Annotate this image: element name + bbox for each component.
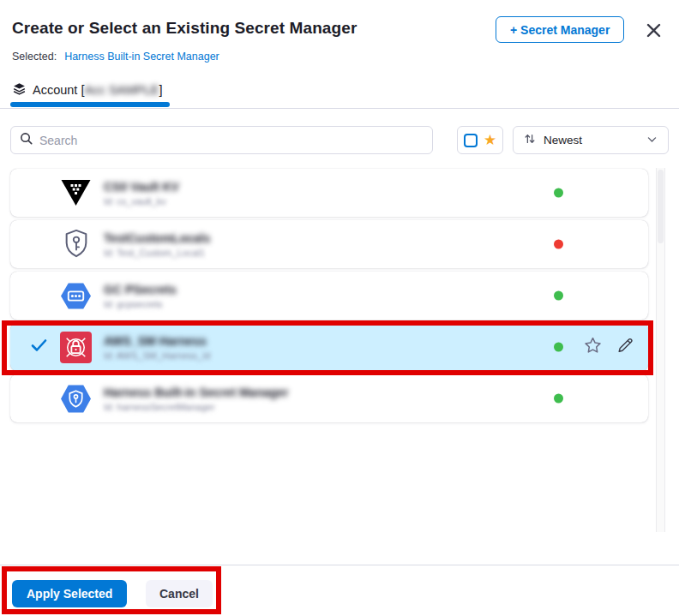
- page-title: Create or Select an Existing Secret Mana…: [12, 19, 357, 38]
- connectivity-status-dot: [554, 343, 563, 352]
- layers-icon: [12, 81, 27, 99]
- secret-manager-row[interactable]: AWS_SM Harness Id: AWS_SM_Harness_Id: [10, 323, 648, 371]
- chevron-down-icon: [646, 134, 658, 147]
- scrollbar[interactable]: [656, 168, 665, 532]
- custom-secret-manager-icon: [60, 229, 92, 260]
- connectivity-status-dot: [554, 240, 563, 249]
- secret-manager-list: CS0 Vault KV Id: cs_vault_kv TestCustomL…: [10, 169, 648, 422]
- tab-account[interactable]: Account [Acc SAMPLE]: [12, 81, 163, 99]
- active-tab-indicator: [10, 102, 170, 107]
- secret-manager-id-redacted: Id: AWS_SM_Harness_Id: [104, 350, 210, 361]
- secret-manager-id-redacted: Id: gcpsecrets: [104, 299, 177, 309]
- secret-manager-id-redacted: Id: harnessSecretManager: [104, 402, 289, 412]
- selected-label: Selected:: [12, 51, 57, 63]
- secret-manager-name-redacted: CS0 Vault KV: [104, 180, 179, 194]
- gcp-secret-manager-icon: [60, 280, 92, 312]
- checkmark-icon: [31, 338, 47, 356]
- favorites-checkbox[interactable]: [464, 134, 478, 147]
- search-input[interactable]: [39, 134, 424, 147]
- aws-secrets-manager-icon: [60, 332, 92, 363]
- scrollbar-thumb[interactable]: [658, 170, 664, 243]
- cancel-button[interactable]: Cancel: [146, 580, 213, 607]
- new-secret-manager-button[interactable]: + Secret Manager: [496, 16, 624, 43]
- favorite-star-icon: ★: [484, 133, 496, 147]
- tab-account-label: Account [Acc SAMPLE]: [33, 83, 163, 97]
- secret-manager-name-redacted: TestCustomLocals: [104, 231, 210, 245]
- secret-manager-id-redacted: Id: Test_Custom_Local1: [104, 248, 210, 258]
- favorite-star-outline-icon[interactable]: [582, 336, 604, 359]
- secret-manager-row[interactable]: CS0 Vault KV Id: cs_vault_kv: [10, 169, 648, 217]
- secret-manager-modal: Create or Select an Existing Secret Mana…: [0, 0, 679, 616]
- tab-divider: [0, 108, 679, 109]
- search-box: [10, 126, 433, 154]
- edit-pencil-icon[interactable]: [616, 337, 634, 358]
- secret-manager-id-redacted: Id: cs_vault_kv: [104, 196, 179, 206]
- apply-selected-button[interactable]: Apply Selected: [12, 580, 127, 607]
- secret-manager-row[interactable]: Harness Built-in Secret Manager Id: harn…: [10, 374, 648, 422]
- close-icon[interactable]: [644, 21, 663, 39]
- sort-arrows-icon: [524, 133, 536, 147]
- secret-manager-name-redacted: GC PSecrets: [104, 283, 177, 296]
- selected-line: Selected: Harness Built-in Secret Manage…: [12, 51, 219, 63]
- secret-manager-name-redacted: AWS_SM Harness: [104, 334, 210, 348]
- search-icon: [20, 132, 33, 148]
- hashicorp-vault-icon: [60, 177, 92, 209]
- secret-manager-row[interactable]: TestCustomLocals Id: Test_Custom_Local1: [10, 220, 648, 268]
- secret-manager-name-redacted: Harness Built-in Secret Manager: [104, 386, 289, 399]
- sort-dropdown[interactable]: Newest: [513, 126, 669, 154]
- connectivity-status-dot: [554, 291, 563, 301]
- selected-secret-manager-link[interactable]: Harness Built-in Secret Manager: [64, 51, 219, 63]
- sort-selected-value: Newest: [544, 134, 582, 147]
- connectivity-status-dot: [554, 188, 563, 198]
- account-name-redacted: Acc SAMPLE: [84, 83, 159, 97]
- footer-divider: [0, 565, 679, 565]
- connectivity-status-dot: [554, 394, 563, 404]
- favorites-filter[interactable]: ★: [457, 126, 503, 154]
- secret-manager-row[interactable]: GC PSecrets Id: gcpsecrets: [10, 272, 648, 320]
- harness-secret-manager-icon: [60, 383, 92, 415]
